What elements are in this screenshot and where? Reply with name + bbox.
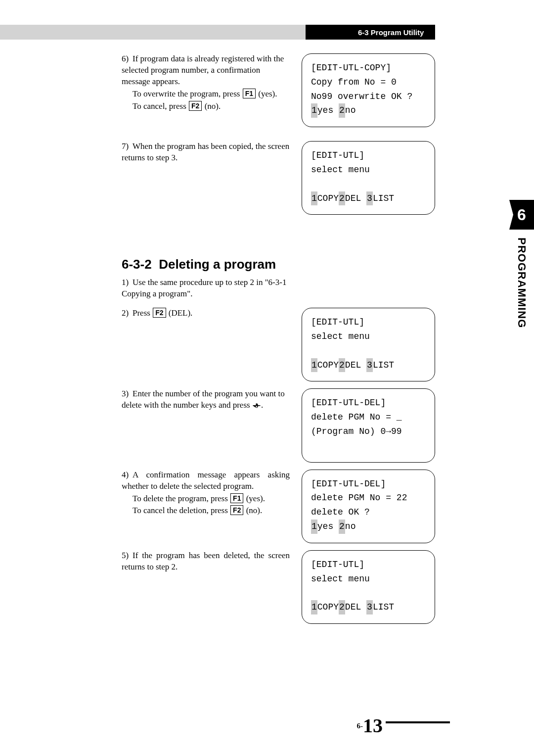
screen-utl-l1a: [EDIT-UTL] — [311, 148, 426, 163]
step-b5-row: 5)If the program has been deleted, the s… — [122, 550, 436, 624]
step-b4-cancel-pre: To cancel the deletion, press — [133, 506, 230, 515]
chapter-number: 6 — [517, 206, 526, 224]
step-b4-num: 4) — [122, 470, 133, 481]
screen1-l1: [EDIT-UTL-COPY] — [311, 61, 426, 75]
screen-utl-t1c: COPY — [317, 602, 339, 612]
header-black-block: 6-3 Program Utility — [306, 25, 435, 40]
page-num-prefix: 6- — [357, 722, 363, 730]
step-6-body: If program data is already registered wi… — [122, 54, 284, 86]
step-b4-cancel-post: (no). — [244, 506, 262, 515]
step-7-text: 7)When the program has been copied, the … — [122, 141, 290, 164]
f2-key: F2 — [189, 101, 202, 111]
screen-utl-h3a: 3 — [366, 191, 373, 206]
screen1-t1: yes — [317, 105, 339, 115]
step-b3-text: 3)Enter the number of the program you wa… — [122, 388, 290, 411]
step-7-body: When the program has been copied, the sc… — [122, 142, 289, 162]
step-b2-text: 2)Press F2 (DEL). — [122, 308, 290, 319]
step-7-row: 7)When the program has been copied, the … — [122, 141, 436, 215]
screen-utl-h1a: 1 — [311, 191, 317, 206]
step-6-overwrite-post: (yes). — [256, 89, 277, 98]
screen-utl-l2b: select menu — [311, 330, 426, 344]
step-b4-row: 4)A confirmation message appears asking … — [122, 470, 436, 543]
screen-utl-l2a: select menu — [311, 163, 426, 177]
step-b4-del-pre: To delete the program, press — [133, 494, 230, 503]
screen-utl-l1c: [EDIT-UTL] — [311, 558, 426, 572]
step-b3-body-b: . — [261, 400, 263, 410]
screen-del1-l3b: 99 — [391, 426, 402, 436]
screen-edit-utl-3: [EDIT-UTL]select menu 1COPY2DEL 3LIST — [302, 550, 435, 624]
screen-utl-h2a: 2 — [339, 191, 345, 206]
step-6-text: 6)If program data is already registered … — [122, 53, 290, 112]
page-number: 6-13 — [357, 714, 450, 737]
step-b3-num: 3) — [122, 388, 133, 400]
step-b3-row: 3)Enter the number of the program you wa… — [122, 388, 436, 462]
screen-del1-l2: delete PGM No = _ — [311, 410, 426, 425]
step-b5-num: 5) — [122, 550, 133, 562]
enter-arrow-icon — [252, 401, 261, 408]
step-b5-text: 5)If the program has been deleted, the s… — [122, 550, 290, 573]
screen1-l3: No99 overwrite OK ? — [311, 90, 426, 104]
step-6-cancel-post: (no). — [202, 101, 221, 111]
right-arrow-icon: → — [386, 426, 391, 436]
screen1-h1: 1 — [311, 103, 317, 118]
screen-del2-h1: 1 — [311, 520, 317, 534]
step-b2-post: (DEL). — [167, 308, 193, 318]
section-title: Deleting a program — [159, 257, 276, 272]
screen-del1-l3a: (Program No) 0 — [311, 426, 386, 436]
step-6-overwrite-pre: To overwrite the program, press — [133, 89, 242, 98]
screen-edit-utl-copy: [EDIT-UTL-COPY]Copy from No = 0No99 over… — [302, 53, 435, 127]
step-6-row: 6)If program data is already registered … — [122, 53, 436, 127]
step-b4-del-post: (yes). — [244, 494, 265, 503]
f1-key: F1 — [243, 89, 256, 98]
header-section-label: 6-3 Program Utility — [358, 28, 424, 37]
chapter-tab: 6 — [509, 200, 534, 230]
page-num-main: 13 — [363, 714, 383, 737]
screen-utl-t2b: DEL — [345, 360, 366, 370]
screen-utl-t2a: DEL — [345, 193, 366, 203]
section-heading: 6-3-2 Deleting a program — [122, 257, 436, 272]
screen-edit-utl-1: [EDIT-UTL]select menu 1COPY2DEL 3LIST — [302, 141, 435, 215]
screen-del2-t1: yes — [317, 521, 339, 531]
step-b2-num: 2) — [122, 308, 133, 319]
main-content: 6)If program data is already registered … — [122, 53, 436, 629]
step-b1-text: 1)Use the same procedure up to step 2 in… — [122, 277, 290, 300]
screen-edit-utl-del-2: [EDIT-UTL-DEL]delete PGM No = 22delete O… — [302, 470, 435, 543]
screen-utl-h2c: 2 — [339, 600, 345, 614]
screen1-l2: Copy from No = 0 — [311, 75, 426, 90]
step-b2-row: 2)Press F2 (DEL). [EDIT-UTL]select menu … — [122, 308, 436, 381]
screen-utl-t3a: LIST — [373, 193, 394, 203]
screen-utl-h3c: 3 — [366, 600, 373, 614]
step-7-num: 7) — [122, 141, 133, 152]
step-6-num: 6) — [122, 53, 133, 65]
step-b1-num: 1) — [122, 277, 133, 288]
screen-del2-l3: delete OK ? — [311, 505, 426, 520]
screen-utl-h2b: 2 — [339, 358, 345, 373]
section-num: 6-3-2 — [122, 257, 152, 272]
screen1-h2: 2 — [339, 103, 345, 118]
chapter-label: PROGRAMMING — [515, 237, 528, 328]
screen-edit-utl-del-1: [EDIT-UTL-DEL]delete PGM No = _(Program … — [302, 388, 435, 462]
screen-utl-h1b: 1 — [311, 358, 317, 373]
step-b1-body: Use the same procedure up to step 2 in "… — [122, 278, 286, 298]
screen-del2-t2: no — [345, 521, 356, 531]
step-b4-body: A confirmation message appears asking wh… — [122, 470, 290, 491]
step-b5-body: If the program has been deleted, the scr… — [122, 551, 290, 571]
f1-key-2: F1 — [230, 493, 243, 503]
screen-utl-t1a: COPY — [317, 193, 339, 203]
screen1-t2: no — [345, 105, 356, 115]
screen-utl-t2c: DEL — [345, 602, 366, 612]
step-b1-row: 1)Use the same procedure up to step 2 in… — [122, 277, 436, 300]
f2-key-del: F2 — [153, 308, 166, 318]
screen-utl-t1b: COPY — [317, 360, 339, 370]
step-b2-pre: Press — [133, 308, 152, 318]
screen-del1-l1: [EDIT-UTL-DEL] — [311, 396, 426, 410]
screen-del2-l1: [EDIT-UTL-DEL] — [311, 477, 426, 491]
screen-utl-t3b: LIST — [373, 360, 394, 370]
screen-utl-t3c: LIST — [373, 602, 394, 612]
screen-edit-utl-2: [EDIT-UTL]select menu 1COPY2DEL 3LIST — [302, 308, 435, 381]
step-b4-text: 4)A confirmation message appears asking … — [122, 470, 290, 517]
screen-del2-l2: delete PGM No = 22 — [311, 491, 426, 505]
step-6-cancel-pre: To cancel, press — [133, 101, 188, 111]
screen-utl-l2c: select menu — [311, 572, 426, 586]
screen-del2-h2: 2 — [339, 520, 345, 534]
